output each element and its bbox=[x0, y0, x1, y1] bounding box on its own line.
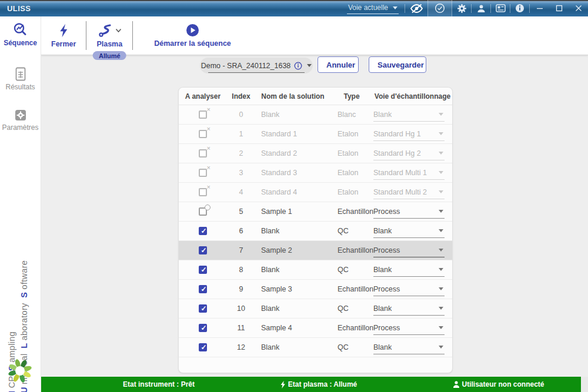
voie-dropdown[interactable]: Process bbox=[373, 321, 445, 335]
fermer-button[interactable]: Fermer bbox=[41, 16, 86, 55]
app-window: ULISS Voie actuelle bbox=[0, 0, 588, 392]
solution-type: QC bbox=[330, 304, 373, 313]
chevron-down-icon bbox=[439, 287, 443, 290]
row-index: 1 bbox=[227, 130, 255, 138]
solution-type: Echantillon bbox=[330, 207, 373, 216]
solution-type: Etalon bbox=[330, 169, 373, 177]
solution-name: Sample 4 bbox=[255, 324, 330, 332]
voie-dropdown-value: Standard Hg 2 bbox=[373, 149, 421, 158]
chevron-down-icon bbox=[307, 64, 312, 67]
solution-type: Blanc bbox=[330, 110, 373, 119]
chevron-down-icon bbox=[393, 6, 397, 9]
table-row: 12 Blank QC Blank bbox=[179, 338, 452, 357]
chevron-down-icon bbox=[439, 152, 443, 155]
analyse-checkbox[interactable] bbox=[199, 169, 207, 177]
voie-dropdown-value: Process bbox=[373, 246, 400, 254]
minimize-button[interactable] bbox=[530, 0, 549, 16]
settings-icon bbox=[14, 109, 27, 122]
voie-dropdown[interactable]: Standard Hg 2 bbox=[373, 147, 445, 160]
table-row: 8 Blank QC Blank bbox=[179, 260, 452, 280]
chevron-down-icon bbox=[439, 113, 443, 116]
row-index: 3 bbox=[227, 169, 255, 177]
chevron-down-icon bbox=[439, 307, 443, 310]
analyse-checkbox[interactable] bbox=[199, 324, 207, 332]
analyse-checkbox[interactable] bbox=[199, 207, 207, 216]
analyse-checkbox[interactable] bbox=[199, 149, 207, 158]
titlebar: ULISS Voie actuelle bbox=[0, 0, 588, 16]
voie-dropdown-value: Standard Multi 2 bbox=[373, 188, 427, 196]
check-circle-icon[interactable] bbox=[430, 0, 449, 16]
play-circle-icon bbox=[186, 24, 199, 37]
plasma-button[interactable]: Plasma Allumé bbox=[86, 16, 132, 55]
column-header-analyser: A analyser bbox=[179, 92, 227, 100]
analyse-checkbox[interactable] bbox=[199, 343, 207, 351]
lightning-icon bbox=[58, 24, 69, 38]
analyse-checkbox[interactable] bbox=[199, 246, 207, 254]
eye-off-icon[interactable] bbox=[405, 0, 427, 16]
voie-dropdown[interactable]: Process bbox=[373, 244, 445, 257]
chevron-down-icon bbox=[439, 346, 443, 349]
user-status: Utilisateur non connecté bbox=[453, 377, 544, 392]
gear-icon[interactable] bbox=[452, 0, 471, 16]
journal-icon[interactable] bbox=[491, 0, 510, 16]
maximize-button[interactable] bbox=[549, 0, 569, 16]
sidebar-item-label: Résultats bbox=[5, 83, 35, 91]
voie-dropdown-value: Process bbox=[373, 207, 400, 216]
demarrer-sequence-button[interactable]: Démarrer la séquence bbox=[133, 16, 252, 55]
voie-dropdown-value: Blank bbox=[373, 343, 392, 351]
voie-dropdown[interactable]: Process bbox=[373, 283, 445, 296]
info-icon[interactable] bbox=[510, 0, 529, 16]
channel-selector[interactable]: Voie actuelle bbox=[347, 2, 399, 14]
solution-type: QC bbox=[330, 227, 373, 235]
voie-dropdown[interactable]: Standard Multi 1 bbox=[373, 166, 445, 180]
solution-type: Etalon bbox=[330, 149, 373, 158]
sidebar-item-parametres[interactable]: Paramètres bbox=[0, 109, 41, 132]
table-row: 5 Sample 1 Echantillon Process bbox=[179, 202, 452, 222]
voie-dropdown[interactable]: Process bbox=[373, 205, 445, 219]
info-icon[interactable] bbox=[294, 62, 302, 70]
fermer-label: Fermer bbox=[51, 40, 76, 48]
sidebar-item-sequence[interactable]: Séquence bbox=[0, 21, 41, 47]
plasma-status-badge: Allumé bbox=[93, 51, 126, 60]
sidebar-item-label: Séquence bbox=[4, 39, 37, 47]
close-button[interactable] bbox=[569, 0, 588, 16]
row-index: 12 bbox=[227, 343, 255, 351]
user-icon[interactable] bbox=[472, 0, 490, 16]
lightning-icon bbox=[280, 381, 286, 388]
analyse-checkbox[interactable] bbox=[199, 188, 207, 196]
table-row: 4 Standard 4 Etalon Standard Multi 2 bbox=[179, 183, 452, 202]
analyse-checkbox[interactable] bbox=[199, 227, 207, 235]
voie-dropdown-value: Standard Multi 1 bbox=[373, 169, 427, 177]
column-header-type: Type bbox=[330, 92, 373, 100]
sidebar-item-resultats[interactable]: Résultats bbox=[0, 67, 41, 91]
channel-selector-label: Voie actuelle bbox=[348, 4, 388, 12]
solution-name: Standard 1 bbox=[255, 130, 330, 138]
analyse-checkbox[interactable] bbox=[199, 130, 207, 138]
chevron-down-icon bbox=[439, 190, 443, 193]
voie-dropdown-value: Blank bbox=[373, 266, 392, 274]
chevron-down-icon[interactable] bbox=[115, 28, 122, 33]
voie-dropdown[interactable]: Blank bbox=[373, 302, 445, 316]
sequence-table: A analyser Index Nom de la solution Type… bbox=[178, 87, 453, 373]
analyse-checkbox[interactable] bbox=[199, 285, 207, 293]
uliss-logo bbox=[6, 357, 34, 384]
voie-dropdown[interactable]: Blank bbox=[373, 108, 445, 122]
column-header-voie: Voie d'échantillonnage bbox=[373, 92, 452, 100]
analyse-checkbox[interactable] bbox=[199, 110, 207, 119]
chevron-down-icon bbox=[439, 229, 443, 232]
voie-dropdown[interactable]: Standard Hg 1 bbox=[373, 128, 445, 141]
voie-dropdown[interactable]: Standard Multi 2 bbox=[373, 186, 445, 199]
user-icon bbox=[453, 381, 459, 388]
column-header-index: Index bbox=[227, 92, 255, 100]
voie-dropdown[interactable]: Blank bbox=[373, 341, 445, 354]
voie-dropdown[interactable]: Blank bbox=[373, 263, 445, 277]
analyse-checkbox[interactable] bbox=[199, 304, 207, 313]
voie-dropdown[interactable]: Blank bbox=[373, 225, 445, 238]
solution-type: QC bbox=[330, 266, 373, 274]
instrument-status: Etat instrument : Prêt bbox=[123, 377, 195, 392]
solution-name: Blank bbox=[255, 227, 330, 235]
sequence-selector[interactable]: Demo - SRA_240112_1638 bbox=[200, 58, 313, 73]
save-button[interactable]: Sauvegarder bbox=[369, 56, 426, 73]
cancel-button[interactable]: Annuler bbox=[318, 56, 359, 73]
analyse-checkbox[interactable] bbox=[199, 266, 207, 274]
